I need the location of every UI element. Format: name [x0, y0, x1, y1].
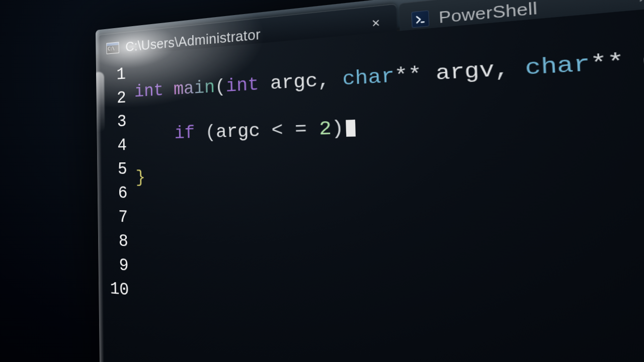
- editor-body[interactable]: 1 2 3 4 5 6 7 8 9 10 int main(int argc, …: [96, 0, 644, 362]
- close-icon[interactable]: ×: [371, 15, 380, 32]
- close-icon[interactable]: ×: [637, 0, 644, 8]
- svg-rect-0: [421, 21, 425, 23]
- code-area[interactable]: int main(int argc, char** argv, char** e…: [134, 0, 644, 362]
- terminal-window: C:\Users\Administrator × PowerShell × 1 …: [96, 0, 644, 362]
- code-line: }: [135, 157, 644, 201]
- cmd-icon: [106, 42, 119, 54]
- cursor: [346, 120, 356, 137]
- powershell-icon: [411, 10, 429, 28]
